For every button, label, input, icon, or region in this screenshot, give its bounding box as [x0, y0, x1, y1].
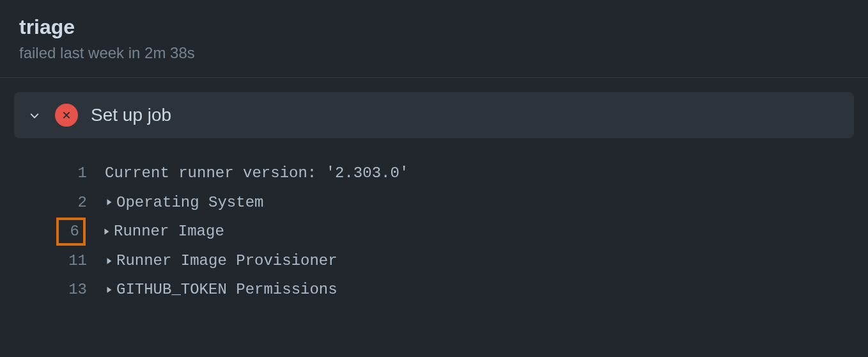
log-output: 1 Current runner version: '2.303.0' 2 Op…: [0, 159, 868, 305]
log-line[interactable]: 2 Operating System: [0, 188, 868, 218]
log-line[interactable]: 6 Runner Image: [0, 217, 868, 246]
log-content: Runner Image Provisioner: [105, 246, 337, 276]
log-content: GITHUB_TOKEN Permissions: [105, 275, 337, 305]
job-header: triage failed last week in 2m 38s: [0, 0, 868, 78]
line-number-highlighted: 6: [56, 218, 86, 246]
job-status: failed last week in 2m 38s: [19, 44, 849, 62]
failed-icon: [55, 104, 78, 127]
log-line[interactable]: 11 Runner Image Provisioner: [0, 246, 868, 276]
job-title: triage: [19, 15, 849, 39]
log-content: Operating System: [105, 188, 263, 218]
line-number: 13: [58, 275, 87, 305]
step-header[interactable]: Set up job: [14, 92, 854, 138]
expand-triangle-icon[interactable]: [105, 198, 115, 207]
step-name: Set up job: [91, 105, 171, 125]
chevron-down-icon[interactable]: [27, 107, 42, 123]
log-line[interactable]: 13 GITHUB_TOKEN Permissions: [0, 275, 868, 305]
expand-triangle-icon[interactable]: [105, 285, 115, 294]
line-number: 1: [58, 159, 87, 188]
log-content: Runner Image: [102, 217, 224, 246]
expand-triangle-icon[interactable]: [102, 227, 112, 236]
expand-triangle-icon[interactable]: [105, 257, 115, 266]
log-content: Current runner version: '2.303.0': [105, 159, 408, 188]
log-line[interactable]: 1 Current runner version: '2.303.0': [0, 159, 868, 188]
line-number: 2: [58, 188, 87, 218]
line-number: 11: [58, 246, 87, 276]
